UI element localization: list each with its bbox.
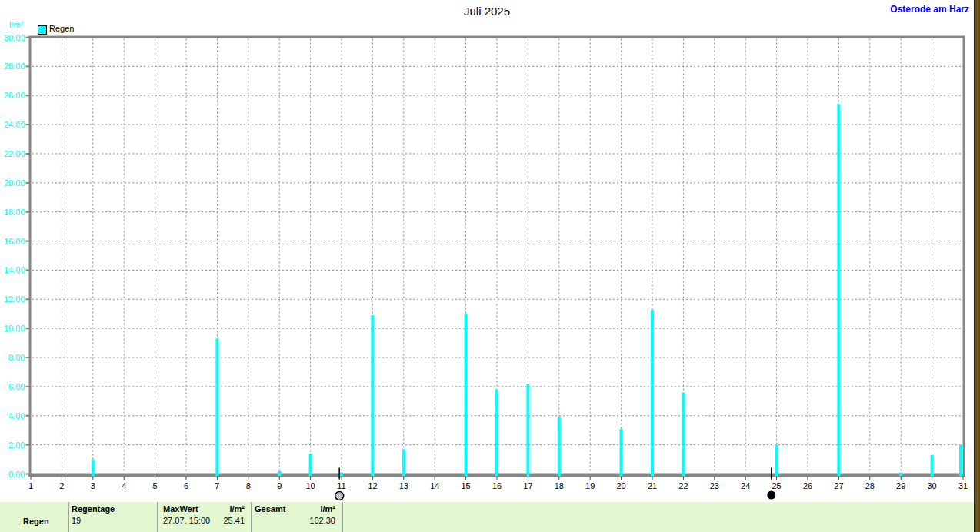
bar-day-7 <box>215 338 218 476</box>
x-tick-label: 30 <box>927 481 936 490</box>
bar-day-13 <box>402 449 405 476</box>
x-tick-label: 5 <box>153 481 158 490</box>
x-tick-label: 24 <box>741 481 750 490</box>
summary-row-label: Regen <box>23 517 49 527</box>
x-tick-label: 19 <box>585 481 595 490</box>
x-tick-label: 31 <box>958 481 968 490</box>
bar-day-22 <box>682 392 685 476</box>
x-tick-label: 7 <box>215 481 219 490</box>
window-edge-decoration <box>974 0 980 532</box>
bar-day-9 <box>278 471 281 477</box>
regentage-header: Regentage <box>72 504 115 514</box>
x-tick-label: 21 <box>648 481 657 490</box>
x-tick-label: 26 <box>803 481 812 490</box>
y-tick-label: 18.00 <box>4 208 25 217</box>
gesamt-value: 102.30 <box>251 516 335 526</box>
x-tick-label: 16 <box>492 481 502 490</box>
y-tick-label: 20.00 <box>4 178 25 188</box>
x-tick-label: 3 <box>91 481 95 490</box>
bar-day-16 <box>495 390 498 477</box>
y-tick-label: 12.00 <box>4 294 25 304</box>
x-tick-label: 11 <box>337 481 345 490</box>
summary-divider <box>342 502 343 532</box>
y-tick-label: 8.00 <box>8 353 25 362</box>
maxwert-value: 25.41 <box>157 516 245 526</box>
x-tick-label: 20 <box>616 481 625 490</box>
y-tick-label: 30.00 <box>4 33 25 42</box>
x-tick-label: 4 <box>122 481 126 490</box>
x-tick-label: 8 <box>246 481 251 490</box>
bar-day-31 <box>959 445 962 477</box>
x-tick-label: 23 <box>710 481 719 490</box>
y-tick-label: 6.00 <box>8 382 25 391</box>
x-tick-label: 1 <box>28 481 33 490</box>
x-tick-label: 2 <box>59 481 64 490</box>
bar-day-30 <box>931 455 934 477</box>
maxwert-unit-label: l/m² <box>157 504 245 514</box>
bar-day-17 <box>526 384 529 476</box>
x-tick-label: 28 <box>865 481 875 490</box>
y-tick-label: 0.00 <box>8 470 25 479</box>
x-tick-label: 14 <box>430 481 439 490</box>
bar-day-27 <box>837 104 840 476</box>
x-tick-label: 29 <box>896 481 905 490</box>
summary-divider <box>68 502 69 532</box>
y-tick-label: 2.00 <box>8 441 25 450</box>
bar-day-10 <box>309 454 312 477</box>
bar-day-29 <box>899 473 902 477</box>
x-tick-label: 17 <box>523 481 532 490</box>
x-tick-label: 10 <box>305 481 315 490</box>
x-tick-label: 6 <box>184 481 188 490</box>
x-tick-label: 13 <box>399 481 408 490</box>
full-moon-icon <box>335 492 344 500</box>
bar-day-21 <box>651 310 654 477</box>
x-tick-label: 25 <box>772 481 781 490</box>
y-tick-label: 10.00 <box>4 324 25 333</box>
bar-day-12 <box>371 315 374 476</box>
y-tick-label: 26.00 <box>4 91 25 100</box>
bar-day-18 <box>558 417 561 477</box>
regentage-value: 19 <box>72 516 81 526</box>
y-tick-label: 28.00 <box>4 62 25 71</box>
gesamt-unit-label: l/m² <box>251 504 335 514</box>
bar-day-15 <box>465 314 468 476</box>
summary-bar: Regen Regentage 19 MaxWert l/m² 27.07. 1… <box>0 502 980 532</box>
x-tick-label: 22 <box>678 481 688 490</box>
weather-chart-window: Juli 2025 Osterode am Harz l/m² Regen 30… <box>0 0 980 532</box>
y-tick-label: 16.00 <box>4 237 25 246</box>
x-tick-label: 15 <box>461 481 470 490</box>
y-tick-label: 14.00 <box>4 265 25 274</box>
x-tick-label: 18 <box>555 481 564 490</box>
y-tick-label: 24.00 <box>4 120 25 129</box>
bar-day-3 <box>92 460 95 477</box>
y-tick-label: 4.00 <box>8 411 25 421</box>
x-tick-label: 12 <box>368 481 377 490</box>
bar-day-20 <box>620 429 623 477</box>
rain-bar-chart: 30.0028.0026.0024.0022.0020.0018.0016.00… <box>0 0 980 501</box>
x-tick-label: 27 <box>834 481 843 490</box>
x-tick-label: 9 <box>277 481 282 490</box>
bar-day-11 <box>340 473 343 477</box>
new-moon-icon <box>767 491 775 500</box>
bar-day-25 <box>775 445 778 477</box>
y-tick-label: 22.00 <box>4 149 25 158</box>
